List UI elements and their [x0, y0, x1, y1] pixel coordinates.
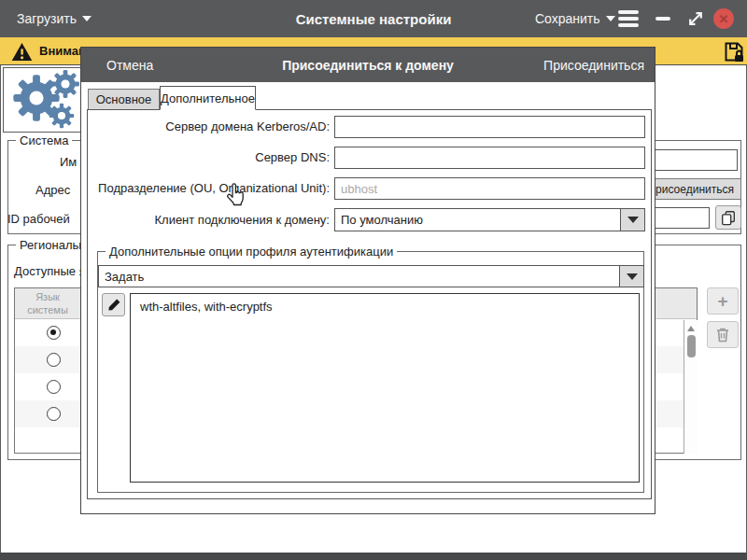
workgroup-id-label: ID рабочей	[7, 212, 70, 226]
copy-icon	[720, 209, 737, 226]
available-languages-label: Доступные я	[14, 264, 86, 278]
delete-language-button[interactable]	[707, 321, 739, 348]
auth-options-textarea[interactable]: wth-altfiles, with-ecryptfs	[130, 293, 640, 483]
titlebar: Загрузить Системные настройки Сохранить …	[0, 0, 747, 37]
expand-icon	[687, 10, 704, 27]
minimize-button[interactable]	[655, 0, 670, 37]
dropdown-arrow-icon[interactable]	[620, 209, 644, 231]
trash-icon	[715, 327, 730, 343]
maximize-button[interactable]	[687, 0, 704, 37]
radio-icon[interactable]	[47, 407, 61, 421]
dns-server-label: Сервер DNS:	[81, 150, 330, 164]
copy-button[interactable]	[715, 205, 741, 230]
minimize-icon	[655, 17, 670, 21]
chevron-down-icon	[606, 16, 615, 21]
save-menu-label: Сохранить	[535, 11, 600, 26]
ou-input[interactable]	[334, 177, 645, 200]
join-domain-dialog: Отмена Присоединиться к домену Присоедин…	[80, 47, 655, 514]
scroll-up-icon[interactable]	[687, 326, 695, 331]
dialog-header: Отмена Присоединиться к домену Присоедин…	[81, 48, 655, 82]
warning-icon	[11, 42, 33, 62]
save-menu-button[interactable]: Сохранить	[535, 0, 615, 37]
edit-options-button[interactable]	[102, 293, 125, 316]
dns-server-input[interactable]	[334, 147, 645, 169]
chevron-down-icon	[82, 16, 92, 21]
auth-options-legend: Дополнительные опции профиля аутентифика…	[106, 245, 397, 259]
domain-client-select[interactable]: По умолчанию	[334, 208, 645, 231]
cancel-button[interactable]: Отмена	[106, 48, 153, 82]
tab-basic[interactable]: Основное	[88, 89, 160, 110]
tab-advanced-label: Дополнительное	[161, 91, 255, 105]
join-button[interactable]: Присоединиться	[543, 48, 644, 82]
cancel-button-label: Отмена	[106, 58, 153, 73]
radio-icon[interactable]	[47, 353, 61, 367]
hamburger-icon	[618, 10, 639, 27]
domain-client-label: Клиент подключения к домену:	[81, 213, 330, 227]
join-button-label: Присоединиться	[543, 58, 644, 73]
system-legend: Система	[16, 133, 72, 147]
add-language-button[interactable]: +	[707, 287, 739, 315]
close-button[interactable]: ✕	[713, 0, 734, 37]
auth-mode-select[interactable]: Задать	[98, 265, 644, 287]
domain-client-value: По умолчанию	[341, 213, 423, 227]
close-icon: ✕	[713, 8, 734, 29]
join-domain-button-label: рисоединиться	[655, 183, 734, 196]
system-settings-window: Загрузить Системные настройки Сохранить …	[0, 0, 747, 560]
table-scrollbar[interactable]	[684, 320, 698, 454]
dropdown-arrow-icon[interactable]	[619, 266, 643, 287]
main-menu-button[interactable]	[618, 0, 639, 37]
save-lock-icon[interactable]	[723, 40, 745, 63]
gear-icon	[48, 102, 76, 130]
scrollbar-thumb[interactable]	[687, 335, 696, 357]
tab-advanced[interactable]: Дополнительное	[160, 86, 256, 110]
computer-name-label: Им	[60, 155, 77, 169]
kerberos-server-input[interactable]	[334, 116, 645, 138]
system-language-column-header: Язык системы	[17, 291, 78, 317]
radio-selected-icon[interactable]	[47, 326, 61, 340]
domain-address-label: Адрес	[35, 183, 70, 197]
tab-basic-label: Основное	[96, 92, 152, 106]
bottom-statusbar	[0, 553, 747, 560]
pencil-icon	[106, 298, 121, 313]
ou-label: Подразделение (OU, Organizational Unit):	[81, 181, 330, 195]
regional-legend: Региональн	[16, 238, 90, 252]
gear-icon	[49, 68, 81, 100]
load-menu-button[interactable]: Загрузить	[17, 0, 92, 37]
kerberos-server-label: Сервер домена Kerberos/AD:	[81, 119, 330, 133]
radio-icon[interactable]	[47, 380, 61, 394]
plus-icon: +	[717, 291, 727, 312]
load-menu-label: Загрузить	[17, 11, 77, 26]
auth-mode-value: Задать	[105, 270, 144, 284]
